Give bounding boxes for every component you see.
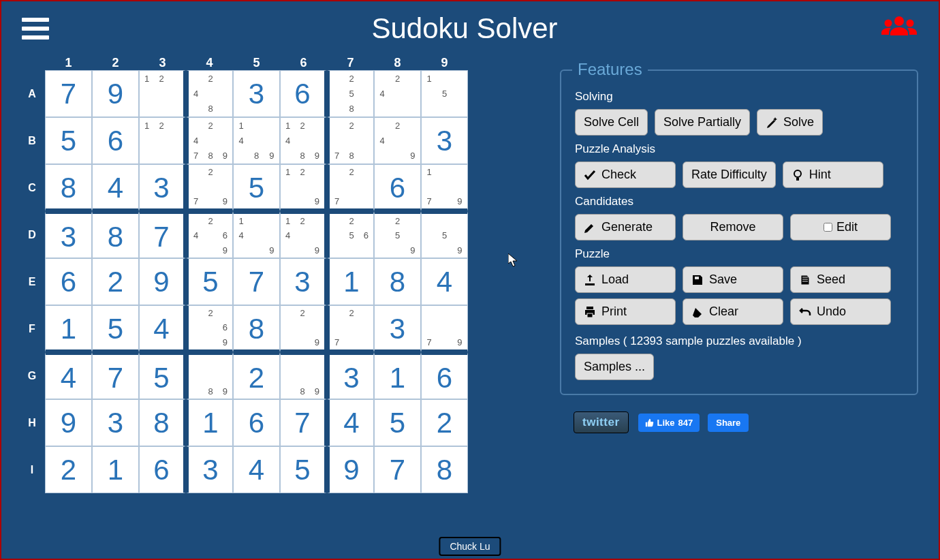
menu-icon[interactable] (22, 15, 49, 42)
sudoku-cell[interactable]: 8 (139, 399, 186, 446)
sudoku-cell[interactable]: 8 (421, 446, 468, 493)
sudoku-cell[interactable]: 4 (45, 352, 92, 399)
sudoku-cell[interactable]: 6 (280, 70, 327, 117)
sudoku-cell[interactable]: 9 (139, 258, 186, 305)
sudoku-cell[interactable]: 6 (374, 164, 421, 211)
sudoku-cell[interactable]: 2 (233, 352, 280, 399)
sudoku-cell[interactable]: 12489 (280, 117, 327, 164)
sudoku-cell[interactable]: 248 (186, 70, 233, 117)
sudoku-cell[interactable]: 2 (92, 258, 139, 305)
sudoku-cell[interactable]: 6 (421, 352, 468, 399)
sudoku-cell[interactable]: 2 (421, 399, 468, 446)
sudoku-cell[interactable]: 59 (421, 211, 468, 258)
sudoku-cell[interactable]: 3 (92, 399, 139, 446)
sudoku-cell[interactable]: 278 (327, 117, 374, 164)
sudoku-cell[interactable]: 258 (327, 70, 374, 117)
sudoku-cell[interactable]: 6 (92, 117, 139, 164)
sudoku-cell[interactable]: 24789 (186, 117, 233, 164)
generate-button[interactable]: Generate (575, 214, 676, 240)
sudoku-cell[interactable]: 129 (280, 164, 327, 211)
sudoku-cell[interactable]: 4 (139, 305, 186, 352)
sudoku-cell[interactable]: 5 (45, 117, 92, 164)
sudoku-cell[interactable]: 27 (327, 305, 374, 352)
sudoku-cell[interactable]: 256 (327, 211, 374, 258)
seed-button[interactable]: Seed (790, 266, 891, 293)
remove-button[interactable]: Remove (683, 214, 783, 240)
sudoku-cell[interactable]: 179 (421, 164, 468, 211)
clear-button[interactable]: Clear (683, 298, 783, 325)
sudoku-cell[interactable]: 7 (45, 70, 92, 117)
sudoku-cell[interactable]: 3 (45, 211, 92, 258)
sudoku-cell[interactable]: 15 (421, 70, 468, 117)
sudoku-cell[interactable]: 1 (327, 258, 374, 305)
sudoku-cell[interactable]: 5 (280, 446, 327, 493)
edit-checkbox[interactable] (824, 223, 832, 232)
sudoku-cell[interactable]: 9 (327, 446, 374, 493)
save-button[interactable]: Save (683, 266, 783, 293)
sudoku-cell[interactable]: 9 (92, 70, 139, 117)
sudoku-cell[interactable]: 24 (374, 70, 421, 117)
sudoku-cell[interactable]: 6 (233, 399, 280, 446)
sudoku-cell[interactable]: 8 (45, 164, 92, 211)
samples-button[interactable]: Samples ... (575, 354, 654, 380)
rate-button[interactable]: Rate Difficulty (683, 161, 776, 188)
load-button[interactable]: Load (575, 266, 676, 293)
sudoku-cell[interactable]: 4 (421, 258, 468, 305)
twitter-button[interactable]: twitter (574, 411, 629, 433)
sudoku-cell[interactable]: 2469 (186, 211, 233, 258)
sudoku-cell[interactable]: 3 (327, 352, 374, 399)
check-button[interactable]: Check (575, 161, 676, 188)
sudoku-cell[interactable]: 5 (186, 258, 233, 305)
sudoku-cell[interactable]: 9 (45, 399, 92, 446)
sudoku-cell[interactable]: 5 (139, 352, 186, 399)
undo-button[interactable]: Undo (790, 298, 891, 325)
sudoku-cell[interactable]: 149 (233, 211, 280, 258)
sudoku-cell[interactable]: 3 (280, 258, 327, 305)
sudoku-cell[interactable]: 89 (186, 352, 233, 399)
sudoku-cell[interactable]: 89 (280, 352, 327, 399)
sudoku-cell[interactable]: 6 (139, 446, 186, 493)
sudoku-cell[interactable]: 4 (92, 164, 139, 211)
hint-button[interactable]: Hint (783, 161, 883, 188)
sudoku-cell[interactable]: 7 (139, 211, 186, 258)
sudoku-cell[interactable]: 5 (233, 164, 280, 211)
sudoku-cell[interactable]: 3 (139, 164, 186, 211)
solve-cell-button[interactable]: Solve Cell (575, 109, 648, 136)
sudoku-cell[interactable]: 1489 (233, 117, 280, 164)
sudoku-cell[interactable]: 3 (186, 446, 233, 493)
solve-button[interactable]: Solve (757, 109, 823, 136)
sudoku-cell[interactable]: 1 (45, 305, 92, 352)
sudoku-cell[interactable]: 4 (327, 399, 374, 446)
sudoku-cell[interactable]: 7 (233, 258, 280, 305)
fb-like-button[interactable]: Like 847 (638, 414, 700, 432)
sudoku-cell[interactable]: 1249 (280, 211, 327, 258)
users-icon[interactable] (880, 14, 918, 43)
sudoku-cell[interactable]: 3 (374, 305, 421, 352)
sudoku-cell[interactable]: 249 (374, 117, 421, 164)
sudoku-cell[interactable]: 3 (233, 70, 280, 117)
fb-share-button[interactable]: Share (708, 414, 749, 432)
sudoku-cell[interactable]: 7 (92, 352, 139, 399)
sudoku-cell[interactable]: 1 (92, 446, 139, 493)
sudoku-cell[interactable]: 12 (139, 117, 186, 164)
sudoku-cell[interactable]: 29 (280, 305, 327, 352)
sudoku-cell[interactable]: 259 (374, 211, 421, 258)
solve-partially-button[interactable]: Solve Partially (655, 109, 750, 136)
edit-toggle[interactable]: Edit (790, 214, 891, 240)
sudoku-cell[interactable]: 5 (92, 305, 139, 352)
sudoku-cell[interactable]: 1 (374, 352, 421, 399)
sudoku-cell[interactable]: 269 (186, 305, 233, 352)
print-button[interactable]: Print (575, 298, 676, 325)
sudoku-cell[interactable]: 4 (233, 446, 280, 493)
sudoku-cell[interactable]: 7 (280, 399, 327, 446)
sudoku-cell[interactable]: 7 (374, 446, 421, 493)
sudoku-cell[interactable]: 5 (374, 399, 421, 446)
sudoku-cell[interactable]: 79 (421, 305, 468, 352)
sudoku-cell[interactable]: 279 (186, 164, 233, 211)
sudoku-cell[interactable]: 1 (186, 399, 233, 446)
sudoku-cell[interactable]: 8 (233, 305, 280, 352)
sudoku-cell[interactable]: 8 (92, 211, 139, 258)
sudoku-cell[interactable]: 6 (45, 258, 92, 305)
sudoku-cell[interactable]: 12 (139, 70, 186, 117)
sudoku-cell[interactable]: 3 (421, 117, 468, 164)
